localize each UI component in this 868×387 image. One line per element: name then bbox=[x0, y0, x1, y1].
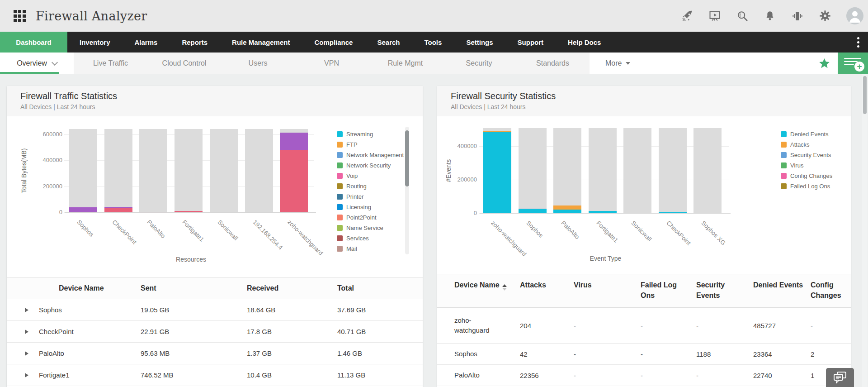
favorite-star-icon[interactable] bbox=[818, 57, 830, 69]
support-chat-button[interactable] bbox=[826, 368, 854, 387]
legend-scrollbar-thumb[interactable] bbox=[405, 130, 409, 186]
column-header-virus[interactable]: Virus bbox=[574, 280, 641, 290]
subnav-tab-cloud-control[interactable]: Cloud Control bbox=[147, 53, 221, 74]
rocket-icon[interactable] bbox=[681, 10, 693, 22]
user-avatar[interactable] bbox=[846, 7, 863, 24]
legend-label: Network Management bbox=[346, 152, 404, 158]
bar-segment-paloalto-denied-events[interactable] bbox=[553, 210, 581, 213]
bar-segment-zoho-watchguard-denied-events[interactable] bbox=[483, 132, 511, 213]
expand-row-icon[interactable] bbox=[25, 373, 28, 377]
column-header-received[interactable]: Received bbox=[247, 284, 337, 292]
bar-segment-sophos-unlabeled-purple-segment[interactable] bbox=[69, 207, 97, 212]
subnav-tab-vpn[interactable]: VPN bbox=[295, 53, 368, 74]
subnav-tab-live-traffic[interactable]: Live Traffic bbox=[74, 53, 147, 74]
expand-row-icon[interactable] bbox=[25, 351, 28, 356]
bar-segment-sophos-denied-events[interactable] bbox=[519, 209, 547, 213]
settings-gear-icon[interactable] bbox=[819, 10, 831, 22]
cell-total: 40.71 GB bbox=[337, 328, 423, 335]
column-header-config-changes[interactable]: Config Changes bbox=[811, 280, 851, 301]
cell-total: 11.13 GB bbox=[337, 371, 423, 379]
nav-item-help-docs[interactable]: Help Docs bbox=[556, 32, 613, 53]
column-header-attacks[interactable]: Attacks bbox=[520, 280, 574, 290]
legend-item-network-security[interactable]: Network Security bbox=[337, 160, 404, 171]
kebab-menu-icon[interactable] bbox=[848, 32, 868, 53]
table-row-sophos[interactable]: Sophos42--1188233642 bbox=[437, 344, 851, 365]
legend-item-ftp[interactable]: FTP bbox=[337, 139, 404, 150]
bar-segment-zoho-watchguard-unlabeled-purple-segment[interactable] bbox=[280, 133, 308, 150]
cell-attacks: 22356 bbox=[520, 372, 574, 379]
column-header-denied-events[interactable]: Denied Events bbox=[753, 280, 811, 290]
legend-item-licensing[interactable]: Licensing bbox=[337, 202, 404, 212]
table-row-paloalto[interactable]: PaloAlto22356---227401 bbox=[437, 365, 851, 386]
legend-item-failed-log-ons[interactable]: Failed Log Ons bbox=[781, 181, 832, 191]
bar-segment-checkpoint-unlabeled-pink-segment[interactable] bbox=[104, 208, 132, 213]
x-tick-label: Fortigate1 bbox=[595, 220, 619, 244]
apps-grid-icon[interactable] bbox=[14, 10, 26, 22]
legend-item-routing[interactable]: Routing bbox=[337, 181, 404, 191]
column-header-total[interactable]: Total bbox=[337, 284, 423, 292]
expand-row-icon[interactable] bbox=[25, 330, 28, 334]
column-header-sent[interactable]: Sent bbox=[141, 284, 247, 292]
x-tick-label: PaloAlto bbox=[146, 219, 166, 239]
legend-item-name-service[interactable]: Name Service bbox=[337, 223, 404, 233]
legend-item-config-changes[interactable]: Config Changes bbox=[781, 171, 832, 181]
bar-track bbox=[245, 129, 273, 212]
bar-segment-checkpoint-unlabeled-purple-segment[interactable] bbox=[104, 207, 132, 208]
nav-item-inventory[interactable]: Inventory bbox=[67, 32, 123, 53]
table-row-fortigate1[interactable]: Fortigate1746.52 MB10.4 GB11.13 GB bbox=[7, 364, 423, 386]
mobile-vibrate-icon[interactable] bbox=[791, 10, 804, 22]
legend-item-streaming[interactable]: Streaming bbox=[337, 129, 404, 139]
nav-item-support[interactable]: Support bbox=[505, 32, 556, 53]
table-row-sophos[interactable]: Sophos19.05 GB18.64 GB37.69 GB bbox=[7, 299, 423, 321]
legend-item-network-management[interactable]: Network Management bbox=[337, 150, 404, 160]
sort-icon[interactable] bbox=[502, 284, 507, 291]
bar-track bbox=[104, 129, 132, 212]
legend-item-mail[interactable]: Mail bbox=[337, 244, 404, 254]
nav-item-tools[interactable]: Tools bbox=[412, 32, 454, 53]
nav-item-reports[interactable]: Reports bbox=[170, 32, 220, 53]
search-icon[interactable] bbox=[736, 10, 749, 22]
subnav-tab-rule-mgmt[interactable]: Rule Mgmt bbox=[368, 53, 442, 74]
legend-item-attacks[interactable]: Attacks bbox=[781, 139, 832, 150]
page-scrollbar-thumb[interactable] bbox=[863, 76, 867, 114]
bar-segment-zoho-watchguard-unlabeled-pink-segment[interactable] bbox=[280, 150, 308, 212]
legend-item-services[interactable]: Services bbox=[337, 233, 404, 244]
legend-item-voip[interactable]: Voip bbox=[337, 171, 404, 181]
nav-item-search[interactable]: Search bbox=[365, 32, 412, 53]
table-row-paloalto[interactable]: PaloAlto95.63 MB1.37 GB1.46 GB bbox=[7, 343, 423, 364]
subnav-more[interactable]: More bbox=[605, 53, 630, 74]
subnav-tab-security[interactable]: Security bbox=[442, 53, 516, 74]
subnav-tab-standards[interactable]: Standards bbox=[516, 53, 590, 74]
nav-item-compliance[interactable]: Compliance bbox=[302, 32, 365, 53]
legend-item-point2point[interactable]: Point2Point bbox=[337, 212, 404, 223]
legend-item-printer[interactable]: Printer bbox=[337, 191, 404, 202]
column-header-device-name[interactable]: Device Name bbox=[454, 280, 520, 291]
demo-player-icon[interactable] bbox=[708, 10, 721, 22]
legend-item-denied-events[interactable]: Denied Events bbox=[781, 129, 832, 139]
table-row-zoho-watchguard[interactable]: zoho-watchguard204---485727- bbox=[437, 308, 851, 344]
legend-scrollbar[interactable] bbox=[405, 127, 409, 254]
legend-item-security-events[interactable]: Security Events bbox=[781, 150, 832, 160]
subnav-tab-overview[interactable]: Overview bbox=[0, 53, 74, 74]
subnav-tab-label: Rule Mgmt bbox=[388, 59, 423, 67]
add-widget-button[interactable]: + bbox=[838, 53, 868, 74]
subnav-tab-label: Overview bbox=[17, 59, 47, 67]
expand-row-icon[interactable] bbox=[25, 308, 28, 312]
subnav-tab-users[interactable]: Users bbox=[221, 53, 295, 74]
bar-segment-checkpoint-security-events[interactable] bbox=[659, 212, 687, 212]
column-header-device-name[interactable]: Device Name bbox=[7, 284, 141, 292]
nav-item-settings[interactable]: Settings bbox=[454, 32, 505, 53]
bar-segment-paloalto-attacks[interactable] bbox=[553, 205, 581, 209]
column-header-security-events[interactable]: Security Events bbox=[696, 280, 753, 301]
legend-item-virus[interactable]: Virus bbox=[781, 160, 832, 171]
nav-item-rule-management[interactable]: Rule Management bbox=[220, 32, 302, 53]
nav-item-dashboard[interactable]: Dashboard bbox=[0, 32, 67, 53]
table-row-checkpoint[interactable]: CheckPoint22.91 GB17.8 GB40.71 GB bbox=[7, 321, 423, 343]
nav-item-alarms[interactable]: Alarms bbox=[123, 32, 170, 53]
notifications-icon[interactable] bbox=[764, 10, 776, 22]
cell-failed-log-ons: - bbox=[641, 372, 696, 379]
page-scrollbar[interactable] bbox=[862, 74, 868, 387]
bar-segment-zoho-watchguard-attacks[interactable] bbox=[483, 131, 511, 132]
column-header-failed-log-ons[interactable]: Failed Log Ons bbox=[641, 280, 696, 301]
bar-segment-sophos-security-events[interactable] bbox=[519, 209, 547, 209]
